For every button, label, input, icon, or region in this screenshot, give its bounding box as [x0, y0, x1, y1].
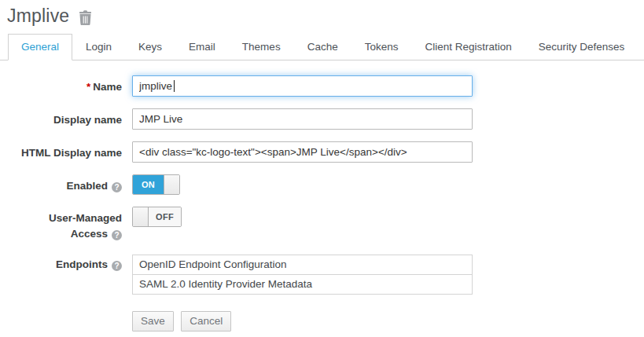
saml-metadata-link[interactable]: SAML 2.0 Identity Provider Metadata	[133, 275, 472, 294]
enabled-field-row: Enabled ON	[0, 174, 644, 195]
name-input[interactable]	[132, 75, 473, 97]
endpoints-label: Endpoints	[0, 255, 122, 332]
required-asterisk: *	[86, 81, 90, 93]
toggle-handle	[164, 175, 179, 194]
html-display-name-field-row: HTML Display name	[0, 141, 644, 163]
tab-themes[interactable]: Themes	[229, 34, 294, 60]
toggle-handle	[133, 207, 149, 226]
name-label: *Name	[0, 75, 122, 97]
delete-realm-button[interactable]	[79, 10, 92, 25]
question-circle-icon[interactable]	[112, 230, 122, 240]
html-display-name-input[interactable]	[132, 141, 473, 163]
page-title: Jmplive	[7, 5, 69, 27]
tab-keys[interactable]: Keys	[125, 34, 175, 60]
endpoints-list: OpenID Endpoint Configuration SAML 2.0 I…	[132, 255, 473, 295]
tab-login[interactable]: Login	[72, 34, 125, 60]
trash-icon	[79, 16, 92, 27]
toggle-off-label: OFF	[149, 207, 181, 226]
display-name-input[interactable]	[132, 108, 473, 130]
user-managed-access-field-row: User-Managed Access OFF	[0, 207, 644, 243]
name-field-row: *Name	[0, 75, 644, 97]
question-circle-icon[interactable]	[112, 261, 122, 271]
html-display-name-label: HTML Display name	[0, 141, 122, 163]
realm-settings-tabs: General Login Keys Email Themes Cache To…	[0, 34, 644, 60]
display-name-field-row: Display name	[0, 108, 644, 130]
tab-email[interactable]: Email	[175, 34, 229, 60]
form-actions: Save Cancel	[132, 311, 473, 332]
question-circle-icon[interactable]	[112, 182, 122, 192]
page-header: Jmplive	[0, 0, 644, 27]
user-managed-access-label: User-Managed Access	[0, 207, 122, 243]
enabled-label: Enabled	[0, 174, 122, 195]
tab-tokens[interactable]: Tokens	[351, 34, 412, 60]
save-button[interactable]: Save	[132, 311, 174, 332]
tab-cache[interactable]: Cache	[294, 34, 351, 60]
realm-general-form: *Name Display name HTML Display name Ena…	[0, 60, 644, 332]
cancel-button[interactable]: Cancel	[181, 311, 231, 332]
text-cursor	[174, 80, 175, 92]
display-name-label: Display name	[0, 108, 122, 130]
tab-client-registration[interactable]: Client Registration	[411, 34, 524, 60]
tab-security-defenses[interactable]: Security Defenses	[525, 34, 638, 60]
endpoints-field-row: Endpoints OpenID Endpoint Configuration …	[0, 255, 644, 332]
enabled-toggle[interactable]: ON	[132, 174, 180, 195]
tab-general[interactable]: General	[8, 34, 72, 60]
user-managed-access-toggle[interactable]: OFF	[132, 207, 182, 227]
openid-endpoint-link[interactable]: OpenID Endpoint Configuration	[133, 255, 472, 275]
toggle-on-label: ON	[133, 175, 164, 194]
